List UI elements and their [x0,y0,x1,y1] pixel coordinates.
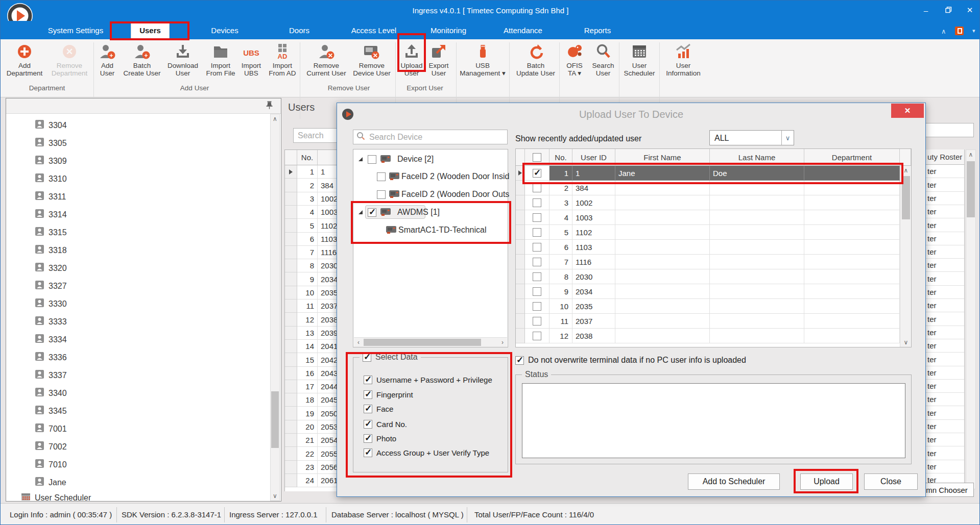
user-checkbox[interactable] [533,198,541,207]
row-selector-cell[interactable] [285,367,297,380]
tree-item-user[interactable]: 3310 [35,173,67,184]
row-selector-cell[interactable] [285,246,297,259]
right-search-field[interactable] [926,125,980,135]
row-checkbox-cell[interactable] [525,255,549,269]
add-to-scheduler-button[interactable]: Add to Scheduler [688,473,780,490]
select-all-checkbox[interactable] [533,153,541,162]
user-checkbox[interactable] [533,228,541,237]
tree-item-user[interactable]: 3336 [35,352,67,363]
tab-users[interactable]: Users [113,21,187,39]
row-selector-cell[interactable] [285,233,297,246]
tree-item-user[interactable]: 3333 [35,316,67,327]
user-checkbox[interactable] [533,169,541,178]
user-information-button[interactable]: UserInformation [661,41,706,82]
row-selector-cell[interactable] [285,313,297,327]
row-selector-cell[interactable] [285,165,297,179]
dialog-close-button[interactable]: ✕ [891,104,924,118]
row-selector-cell[interactable] [516,181,525,195]
tree-item-user[interactable]: 7001 [35,423,67,434]
minimize-button[interactable]: – [917,4,935,17]
row-checkbox-cell[interactable] [525,329,549,343]
dialog-user-row[interactable]: 2384 [516,181,900,195]
row-selector-cell[interactable] [285,219,297,233]
select-data-option[interactable]: Username + Password + Privilege [364,376,492,384]
row-selector-cell[interactable] [285,393,297,407]
tab-system-settings[interactable]: System Settings [38,21,113,39]
tree-item-user[interactable]: 3327 [35,281,67,291]
user-checkbox[interactable] [533,272,541,281]
scroll-left-icon[interactable]: ‹ [354,338,363,347]
device-search-input[interactable] [353,130,508,144]
select-data-option[interactable]: Access Group + User Verify Type [364,448,489,457]
scroll-down-icon[interactable]: ∨ [901,338,911,347]
restore-button[interactable] [939,4,958,17]
row-selector-cell[interactable] [285,420,297,434]
tree-expander-icon[interactable] [358,210,363,214]
dialog-user-row[interactable]: 102035 [516,299,900,314]
device-checkbox[interactable] [368,208,376,217]
close-button[interactable]: Close [864,473,918,490]
dialog-user-row[interactable]: 71116 [516,255,900,269]
device-tree-node[interactable]: Device [2] [353,152,507,167]
row-selector-cell[interactable] [285,192,297,206]
row-selector-cell[interactable] [516,195,525,210]
select-data-option[interactable]: Fingerprint [364,390,413,399]
ofis-ta-button[interactable]: OFISTA ▾ [561,41,588,82]
sidebar-scrollbar-thumb[interactable] [271,391,279,448]
search-user-button[interactable]: SearchUser [589,41,617,82]
row-selector-cell[interactable] [285,434,297,447]
user-checkbox[interactable] [533,332,541,340]
combo-chevron-icon[interactable]: ∨ [781,131,794,145]
overwrite-option[interactable]: Do not overwrite terminal data if no PC … [515,356,746,365]
user-checkbox[interactable] [533,258,541,266]
download-user-button[interactable]: DownloadUser [165,41,200,82]
row-checkbox-cell[interactable] [525,181,549,195]
dialog-table-scrollbar[interactable]: ∧ ∨ [900,166,911,347]
select-data-option[interactable]: Face [364,405,393,413]
row-selector-cell[interactable] [516,269,525,284]
user-checkbox[interactable] [533,184,541,192]
user-checkbox[interactable] [533,243,541,252]
column-header-no-[interactable]: No. [549,149,572,166]
column-header-no[interactable]: No. [297,150,318,165]
row-selector-cell[interactable] [285,286,297,299]
remove-device-user-button[interactable]: ✕RemoveDevice User [349,41,395,82]
import-from-file-button[interactable]: ImportFrom File [202,41,240,82]
row-selector-cell[interactable] [285,299,297,313]
row-selector-cell[interactable] [285,474,297,487]
export-user-button[interactable]: ExportUser [425,41,452,82]
select-data-legend[interactable]: Select Data [360,353,421,362]
scroll-up-icon[interactable]: ∧ [966,150,975,159]
user-checkbox[interactable] [533,302,541,311]
row-checkbox-cell[interactable] [525,210,549,225]
row-selector-cell[interactable] [285,179,297,192]
tab-doors[interactable]: Doors [262,21,337,39]
tree-item-user[interactable]: 3311 [35,191,66,202]
tab-monitoring[interactable]: Monitoring [411,21,486,39]
row-selector-cell[interactable] [285,353,297,367]
device-tree-node[interactable]: SmartAC1-TD-Technical [353,222,507,238]
user-checkbox[interactable] [533,317,541,326]
column-header-duty-roster[interactable]: uty Roster [926,149,965,165]
dialog-user-row[interactable]: 51102 [516,225,900,240]
select-data-checkbox[interactable] [363,353,371,362]
tab-access-level[interactable]: Access Level [337,21,411,39]
tab-devices[interactable]: Devices [187,21,262,39]
device-tree-node[interactable]: FaceID 2 (Wooden Door Outs [353,187,507,202]
row-checkbox-cell[interactable] [525,166,549,181]
pin-icon[interactable] [266,101,273,111]
row-selector-cell[interactable] [285,272,297,286]
device-tree-node[interactable]: FaceID 2 (Wooden Door Insid [353,169,507,184]
row-selector-cell[interactable] [516,166,525,181]
user-checkbox[interactable] [533,287,541,296]
option-checkbox[interactable] [364,420,372,429]
dialog-user-row[interactable]: 41003 [516,210,900,225]
dialog-user-row[interactable]: 82030 [516,269,900,284]
usb-management-button[interactable]: USBManagement ▾ [462,41,504,82]
row-selector-cell[interactable] [516,225,525,240]
tree-item-user[interactable]: 3340 [35,388,67,398]
row-selector-cell[interactable] [285,461,297,474]
device-search-field[interactable] [368,132,504,142]
hscrollbar-thumb[interactable] [364,339,481,346]
batch-create-user-button[interactable]: +BatchCreate User [119,41,165,82]
